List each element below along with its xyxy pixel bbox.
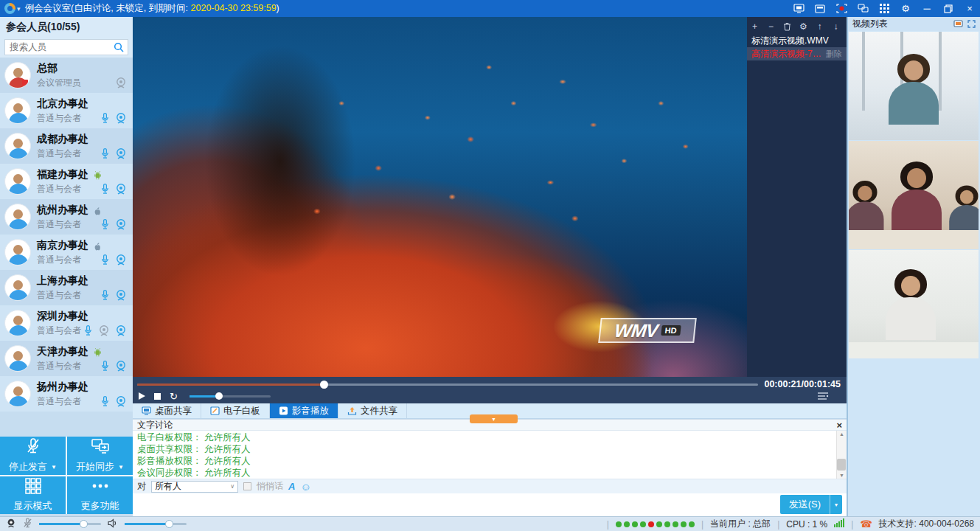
scrollbar-thumb[interactable] <box>837 459 846 471</box>
webcam-icon[interactable] <box>115 112 127 125</box>
mic-icon[interactable] <box>100 360 110 372</box>
webcam-icon[interactable] <box>115 360 127 372</box>
participant-row[interactable]: 上海办事处 普通与会者 <box>0 270 133 305</box>
seek-handle[interactable] <box>320 381 328 389</box>
mic-icon[interactable] <box>100 289 110 302</box>
mic-icon[interactable] <box>100 112 110 125</box>
window-layout-icon[interactable] <box>814 3 826 15</box>
participant-row[interactable]: 天津办事处 普通与会者 <box>0 341 133 376</box>
playlist-item[interactable]: 标清演示视频.WMV <box>747 34 847 47</box>
expire-time: 2020-04-30 23:59:59 <box>191 3 277 13</box>
start-sync-button[interactable]: 开始同步▼ <box>67 437 133 475</box>
tab-whiteboard[interactable]: 电子白板 <box>201 403 270 418</box>
maximize-button[interactable] <box>942 3 954 15</box>
participant-row[interactable]: 深圳办事处 普通与会者 <box>0 305 133 341</box>
participant-name: 扬州办事处 <box>37 381 88 394</box>
slider-handle[interactable] <box>165 520 173 528</box>
desktop-share-icon <box>142 406 151 415</box>
file-share-icon <box>347 406 357 415</box>
local-webcam-icon[interactable] <box>6 518 16 530</box>
participant-row[interactable]: 杭州办事处 普通与会者 <box>0 199 133 235</box>
search-icon[interactable] <box>114 42 124 55</box>
participant-row[interactable]: 成都办事处 普通与会者 <box>0 128 133 164</box>
webcam-icon[interactable] <box>115 183 127 195</box>
video-player-stage[interactable]: WMVHD <box>133 17 747 377</box>
mic-icon[interactable] <box>100 254 110 266</box>
participant-row[interactable]: 北京办事处 普通与会者 <box>0 93 133 128</box>
webcam-gray-icon[interactable] <box>115 77 127 89</box>
volume-handle[interactable] <box>215 392 223 400</box>
play-button[interactable] <box>139 392 145 400</box>
chat-input-area[interactable]: 发送(S) ▼ <box>133 493 847 516</box>
playlist-item[interactable]: 高清演示视频-720P.wmv 删除 <box>747 47 847 60</box>
mic-volume-slider[interactable] <box>39 523 101 525</box>
emoji-icon[interactable]: ☺ <box>300 482 310 492</box>
scroll-up-icon[interactable]: ▲ <box>839 431 844 437</box>
send-options-arrow[interactable]: ▼ <box>830 495 842 514</box>
participant-row[interactable]: 福建办事处 普通与会者 <box>0 164 133 199</box>
replay-icon[interactable]: ↻ <box>170 392 178 401</box>
webcam-gray-icon[interactable] <box>98 324 110 337</box>
video-window-icon[interactable] <box>953 20 963 28</box>
speaker-volume-slider[interactable] <box>125 523 187 525</box>
record-icon[interactable] <box>835 3 847 15</box>
participant-row[interactable]: 扬州办事处 普通与会者 <box>0 376 133 412</box>
font-style-icon[interactable]: A <box>288 481 295 492</box>
whisper-checkbox[interactable] <box>243 482 251 490</box>
send-button[interactable]: 发送(S) <box>780 495 830 514</box>
stop-button[interactable] <box>154 393 161 400</box>
webcam-icon[interactable] <box>115 324 127 337</box>
mic-icon[interactable] <box>100 395 110 408</box>
webcam-icon[interactable] <box>115 395 127 408</box>
settings-gear-icon[interactable]: ⚙ <box>900 3 911 15</box>
avatar <box>4 133 31 159</box>
local-mic-muted-icon[interactable] <box>23 518 32 531</box>
connection-quality-dots <box>616 521 695 527</box>
status-dot <box>656 521 662 527</box>
apple-icon <box>93 241 102 251</box>
mic-icon[interactable] <box>83 324 93 337</box>
video-thumbnail[interactable] <box>849 250 979 358</box>
participant-row[interactable]: 总部 会议管理员 <box>0 58 133 93</box>
avatar <box>4 345 31 372</box>
playlist-toggle-icon[interactable] <box>817 392 829 400</box>
playlist-trash-icon[interactable] <box>782 22 792 31</box>
slider-handle[interactable] <box>80 520 88 528</box>
mic-icon[interactable] <box>100 183 110 195</box>
status-dot <box>640 521 646 527</box>
search-input[interactable] <box>4 39 128 55</box>
minimize-button[interactable]: ─ <box>921 3 933 15</box>
close-button[interactable]: × <box>964 3 976 15</box>
screen-share-icon[interactable] <box>793 3 804 15</box>
expand-icon[interactable] <box>967 20 976 28</box>
tab-media-playback[interactable]: 影音播放 <box>270 403 338 418</box>
speaker-icon[interactable] <box>108 518 118 530</box>
seek-bar[interactable] <box>137 384 758 386</box>
chat-collapse-handle[interactable]: ▼ <box>470 414 518 423</box>
apps-grid-icon[interactable] <box>878 3 890 15</box>
network-sync-icon[interactable] <box>857 3 869 15</box>
mic-icon[interactable] <box>100 148 110 160</box>
chevron-down-icon[interactable]: ▾ <box>17 5 21 13</box>
video-thumbnail[interactable] <box>849 32 979 140</box>
mic-icon[interactable] <box>100 218 110 231</box>
participant-row[interactable]: 南京办事处 普通与会者 <box>0 235 133 270</box>
recipient-select[interactable]: 所有人∨ <box>151 481 238 493</box>
tab-desktop-share[interactable]: 桌面共享 <box>133 403 201 418</box>
chat-scrollbar[interactable]: ▲ ▼ <box>836 431 847 479</box>
playlist-delete-link[interactable]: 删除 <box>826 49 842 60</box>
display-mode-button[interactable]: 显示模式 <box>0 476 66 515</box>
webcam-icon[interactable] <box>115 289 127 302</box>
scroll-down-icon[interactable]: ▼ <box>839 473 844 478</box>
webcam-icon[interactable] <box>115 148 127 160</box>
webcam-icon[interactable] <box>115 218 127 231</box>
stop-speaking-button[interactable]: 停止发言▼ <box>0 437 66 475</box>
chat-panel: 文字讨论 × 电子白板权限： 允许所有人桌面共享权限： 允许所有人影音播放权限：… <box>133 419 847 516</box>
more-features-button[interactable]: 更多功能 <box>67 476 133 515</box>
video-thumbnail[interactable] <box>849 141 979 249</box>
tab-file-share[interactable]: 文件共享 <box>338 403 407 418</box>
webcam-icon[interactable] <box>115 254 127 266</box>
chat-close-icon[interactable]: × <box>836 420 842 430</box>
participant-name: 总部 <box>37 62 58 75</box>
volume-slider[interactable] <box>190 395 271 398</box>
